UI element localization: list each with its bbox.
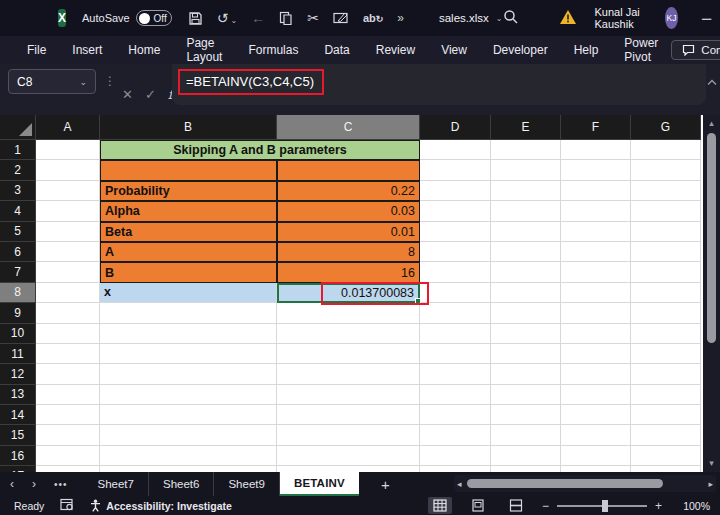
cell-A7[interactable] — [36, 262, 100, 282]
scroll-up-icon[interactable]: ▴ — [709, 115, 714, 131]
cell-A15[interactable] — [36, 425, 100, 445]
cell-B15[interactable] — [100, 425, 277, 445]
sheet-tab-sheet9[interactable]: Sheet9 — [214, 472, 279, 496]
cell-E2[interactable] — [491, 160, 561, 180]
cell-A13[interactable] — [36, 385, 100, 405]
cell-D9[interactable] — [420, 303, 491, 323]
cell-A14[interactable] — [36, 405, 100, 425]
vertical-scroll-thumb[interactable] — [707, 133, 716, 343]
ribbon-tab-page-layout[interactable]: Page Layout — [173, 36, 235, 64]
cell-F2[interactable] — [561, 160, 631, 180]
cell-C3[interactable]: 0.22 — [277, 181, 420, 201]
cell-E11[interactable] — [491, 344, 561, 364]
row-header-11[interactable]: 11 — [0, 344, 36, 364]
column-header-B[interactable]: B — [100, 115, 277, 140]
scroll-right-icon[interactable]: ▸ — [708, 479, 713, 489]
cell-G5[interactable] — [631, 222, 701, 242]
name-box-dropdown-icon[interactable]: ⌄ — [79, 77, 87, 87]
cell-E15[interactable] — [491, 425, 561, 445]
copy-icon[interactable] — [279, 11, 293, 26]
document-title[interactable]: sales.xlsx ⌄ — [439, 12, 503, 24]
row-header-7[interactable]: 7 — [0, 262, 36, 282]
column-header-F[interactable]: F — [561, 115, 631, 140]
cell-C11[interactable] — [277, 344, 420, 364]
formula-bar-expand-icon[interactable] — [707, 72, 717, 90]
cell-E16[interactable] — [491, 446, 561, 466]
row-header-5[interactable]: 5 — [0, 222, 36, 242]
cell-G9[interactable] — [631, 303, 701, 323]
undo-icon[interactable]: ↺⌄ — [217, 11, 237, 25]
cell-B11[interactable] — [100, 344, 277, 364]
cell-E5[interactable] — [491, 222, 561, 242]
cell-C14[interactable] — [277, 405, 420, 425]
cell-A6[interactable] — [36, 242, 100, 262]
cell-G2[interactable] — [631, 160, 701, 180]
vertical-scrollbar[interactable]: ▴ ▾ — [703, 115, 720, 472]
minimize-button[interactable]: ─ — [688, 0, 720, 36]
cell-G10[interactable] — [631, 324, 701, 344]
cell-A3[interactable] — [36, 181, 100, 201]
row-header-9[interactable]: 9 — [0, 303, 36, 323]
cell-F5[interactable] — [561, 222, 631, 242]
page-layout-view-button[interactable] — [466, 497, 490, 514]
cut-icon[interactable]: ✂ — [307, 11, 319, 25]
cell-B14[interactable] — [100, 405, 277, 425]
formula-input[interactable]: =BETAINV(C3,C4,C5) — [172, 64, 706, 105]
cell-F3[interactable] — [561, 181, 631, 201]
cell-G15[interactable] — [631, 425, 701, 445]
column-header-E[interactable]: E — [491, 115, 561, 140]
row-header-2[interactable]: 2 — [0, 160, 36, 180]
cell-C13[interactable] — [277, 385, 420, 405]
cell-G4[interactable] — [631, 201, 701, 221]
row-header-15[interactable]: 15 — [0, 425, 36, 445]
cell-D13[interactable] — [420, 385, 491, 405]
cell-G8[interactable] — [631, 283, 701, 303]
ribbon-tab-home[interactable]: Home — [115, 36, 173, 64]
cell-A8[interactable] — [36, 283, 100, 303]
cell-G1[interactable] — [631, 140, 701, 160]
cell-G13[interactable] — [631, 385, 701, 405]
sheet-prev-icon[interactable]: ‹ — [10, 477, 14, 491]
row-header-13[interactable]: 13 — [0, 385, 36, 405]
cell-C4[interactable]: 0.03 — [277, 201, 420, 221]
cell-A1[interactable] — [36, 140, 100, 160]
edit-signature-icon[interactable] — [333, 11, 349, 25]
cell-E7[interactable] — [491, 262, 561, 282]
cell-A16[interactable] — [36, 446, 100, 466]
avatar[interactable]: KJ — [665, 7, 677, 29]
cell-D12[interactable] — [420, 364, 491, 384]
cell-C6[interactable]: 8 — [277, 242, 420, 262]
cell-G6[interactable] — [631, 242, 701, 262]
horizontal-scrollbar[interactable]: ◂ ▸ — [454, 475, 716, 492]
cell-E10[interactable] — [491, 324, 561, 344]
row-header-10[interactable]: 10 — [0, 324, 36, 344]
column-header-G[interactable]: G — [631, 115, 701, 140]
cell-B16[interactable] — [100, 446, 277, 466]
undo-dropdown-icon[interactable]: ⌄ — [230, 16, 237, 25]
zoom-slider[interactable] — [557, 505, 647, 507]
cell-A12[interactable] — [36, 364, 100, 384]
page-break-view-button[interactable] — [504, 497, 528, 514]
cell-E3[interactable] — [491, 181, 561, 201]
toolbar-overflow-icon[interactable]: » — [397, 11, 403, 25]
normal-view-button[interactable] — [428, 497, 452, 514]
cell-D10[interactable] — [420, 324, 491, 344]
scroll-left-icon[interactable]: ◂ — [457, 479, 462, 489]
cell-G11[interactable] — [631, 344, 701, 364]
cell-G14[interactable] — [631, 405, 701, 425]
row-header-3[interactable]: 3 — [0, 181, 36, 201]
cell-A2[interactable] — [36, 160, 100, 180]
ribbon-tab-view[interactable]: View — [428, 36, 480, 64]
cell-E6[interactable] — [491, 242, 561, 262]
search-icon[interactable] — [503, 9, 519, 27]
cell-B6[interactable]: A — [100, 242, 277, 262]
cell-D14[interactable] — [420, 405, 491, 425]
macro-record-icon[interactable] — [60, 498, 74, 513]
new-sheet-button[interactable]: + — [381, 476, 390, 493]
zoom-in-button[interactable]: + — [655, 499, 662, 513]
ribbon-tab-file[interactable]: File — [14, 36, 59, 64]
ribbon-tab-data[interactable]: Data — [311, 36, 362, 64]
cell-F13[interactable] — [561, 385, 631, 405]
cell-D1[interactable] — [420, 140, 491, 160]
cell-F12[interactable] — [561, 364, 631, 384]
